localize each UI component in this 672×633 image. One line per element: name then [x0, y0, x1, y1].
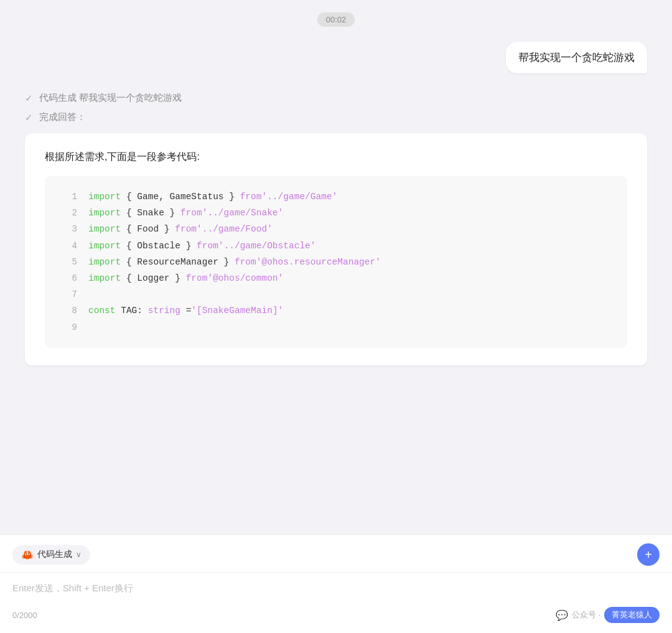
line-num-5: 5	[60, 255, 77, 270]
line-num-6: 6	[60, 271, 77, 286]
chevron-down-icon: ∨	[76, 550, 82, 559]
line-num-4: 4	[60, 238, 77, 254]
timestamp-bubble: 00:02	[317, 12, 355, 27]
code-block: 1 import { Game, GameStatus } from '../g…	[45, 176, 627, 348]
watermark: 💬 公众号 · 菁英老猿人	[556, 607, 660, 623]
code-line-5: 5 import { ResourceManager } from '@ohos…	[60, 254, 612, 270]
mode-emoji: 🦀	[21, 549, 34, 561]
mode-selector[interactable]: 🦀 代码生成 ∨	[12, 545, 90, 565]
code-line-8: 8 const TAG: string = '[SnakeGameMain]'	[60, 302, 612, 319]
mode-label: 代码生成	[37, 549, 72, 560]
code-line-9: 9	[60, 319, 612, 335]
input-area: Enter发送，Shift + Enter换行	[0, 572, 672, 602]
code-line-3: 3 import { Food } from '../game/Food'	[60, 221, 612, 237]
check-icon-1: ✓	[25, 93, 33, 104]
status-label-2: 完成回答：	[39, 111, 86, 123]
chat-area: 00:02 帮我实现一个贪吃蛇游戏 ✓ 代码生成 帮我实现一个贪吃蛇游戏 ✓ 完…	[0, 0, 672, 534]
line-num-7: 7	[60, 287, 77, 302]
bottom-toolbar: 🦀 代码生成 ∨ +	[0, 534, 672, 572]
ai-status-row-2: ✓ 完成回答：	[25, 108, 647, 127]
line-num-9: 9	[60, 320, 77, 335]
code-line-7: 7	[60, 286, 612, 302]
user-message-row: 帮我实现一个贪吃蛇游戏	[0, 42, 672, 73]
wechat-icon: 💬	[556, 609, 568, 621]
status-label-1: 代码生成 帮我实现一个贪吃蛇游戏	[39, 92, 182, 104]
line-num-2: 2	[60, 205, 77, 221]
check-icon-2: ✓	[25, 112, 33, 123]
add-button[interactable]: +	[637, 543, 660, 566]
user-bubble: 帮我实现一个贪吃蛇游戏	[506, 42, 647, 73]
watermark-text: 公众号 ·	[572, 609, 600, 621]
ai-response-card: 根据所述需求,下面是一段参考代码: 1 import { Game, GameS…	[25, 133, 647, 365]
watermark-button[interactable]: 菁英老猿人	[604, 607, 660, 623]
line-num-8: 8	[60, 303, 77, 319]
line-num-3: 3	[60, 222, 77, 237]
input-placeholder[interactable]: Enter发送，Shift + Enter换行	[12, 583, 660, 594]
ai-section: ✓ 代码生成 帮我实现一个贪吃蛇游戏 ✓ 完成回答： 根据所述需求,下面是一段参…	[0, 88, 672, 365]
line-num-1: 1	[60, 189, 77, 205]
code-line-4: 4 import { Obstacle } from '../game/Obst…	[60, 238, 612, 254]
code-line-1: 1 import { Game, GameStatus } from '../g…	[60, 189, 612, 205]
code-line-6: 6 import { Logger } from '@ohos/common'	[60, 270, 612, 286]
bottom-bar: 0/2000 💬 公众号 · 菁英老猿人	[0, 602, 672, 633]
code-line-2: 2 import { Snake } from '../game/Snake'	[60, 205, 612, 221]
response-intro: 根据所述需求,下面是一段参考代码:	[45, 151, 627, 164]
char-count: 0/2000	[12, 611, 37, 620]
ai-status-row-1: ✓ 代码生成 帮我实现一个贪吃蛇游戏	[25, 88, 647, 108]
